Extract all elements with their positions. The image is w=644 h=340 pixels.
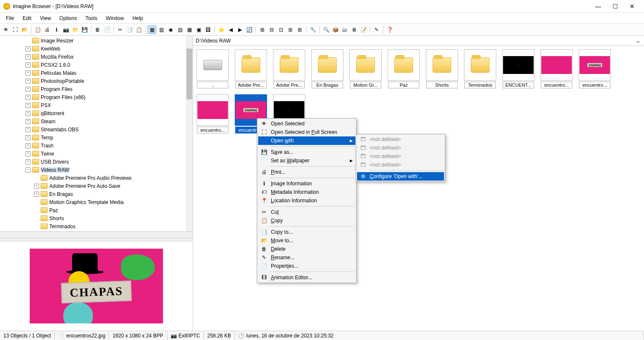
tree-expander[interactable]: + <box>25 151 31 156</box>
tree-node-usb-drivers[interactable]: +USB Drivers <box>25 158 193 166</box>
thumbnail-area[interactable]: ..Adobe Pre...Adobe Pre...En BragasMotio… <box>193 46 644 331</box>
tree-node-program-files-x86-[interactable]: +Program Files (x86) <box>25 93 193 101</box>
tree-scrollbar[interactable] <box>186 36 193 231</box>
tree-node-keeweb[interactable]: +KeeWeb <box>25 45 193 53</box>
pane-splitter[interactable] <box>0 238 193 241</box>
tree-node-terminados[interactable]: Terminados <box>25 222 193 230</box>
thumb-encuent-[interactable]: · · ·ENCUENT... <box>502 49 534 88</box>
ctx-save-as-[interactable]: 💾Save as... <box>258 148 355 156</box>
tb-camera-icon[interactable]: 📷 <box>62 26 70 34</box>
ctx-properties-[interactable]: 📄Properties... <box>258 262 355 270</box>
tree-node-image-resizer[interactable]: Image Resizer <box>25 37 193 45</box>
tree-node-videos-raw[interactable]: −Videos RAW <box>25 166 193 174</box>
tree-expander[interactable]: + <box>25 103 31 108</box>
tree-node-psx[interactable]: +PSX <box>25 101 193 109</box>
tb-copy-icon[interactable]: 📋 <box>34 26 42 34</box>
path-dropdown-icon[interactable]: ⌄ <box>635 38 641 44</box>
tree-node-trash[interactable]: +Trash <box>25 142 193 150</box>
tb-delete-icon[interactable]: 🗑 <box>93 26 102 34</box>
tree-expander[interactable]: + <box>34 192 39 197</box>
tb-copy2-icon[interactable]: 📑 <box>125 26 134 34</box>
ctx-open-with[interactable]: Open with▶ <box>258 136 355 145</box>
tree-expander[interactable]: + <box>25 62 31 68</box>
ctx-copy[interactable]: 📋Copy <box>258 216 355 225</box>
folder-tree[interactable]: Image Resizer+KeeWeb+Mozilla Firefox+PCS… <box>0 36 193 231</box>
thumb-motion-gr-[interactable]: Motion Gr... <box>349 49 382 88</box>
tb-print-icon[interactable]: 🖨 <box>43 26 51 34</box>
tree-expander[interactable]: + <box>25 46 31 51</box>
tree-node-en-bragas[interactable]: +En Bragas <box>25 190 193 198</box>
submenu-not-defined-3[interactable]: 🗔<not defined> <box>357 152 444 161</box>
maximize-button[interactable]: ☐ <box>611 3 619 10</box>
menu-file[interactable]: File <box>2 14 18 23</box>
tree-node-temp[interactable]: +Temp <box>25 133 193 142</box>
ctx-set-as-wallpaper[interactable]: Set as Wallpaper▶ <box>258 156 355 165</box>
tree-node-streamlabs-obs[interactable]: +Streamlabs OBS <box>25 125 193 133</box>
ctx-move-to-[interactable]: 📂Move to... <box>258 236 355 245</box>
tb-prev-icon[interactable]: ◀ <box>226 26 235 34</box>
submenu-not-defined-4[interactable]: 🗔<not defined> <box>357 161 444 169</box>
menu-options[interactable]: Options <box>55 14 81 23</box>
tree-node-program-files[interactable]: +Program Files <box>25 85 193 93</box>
tb-layout7-icon[interactable]: 🖼 <box>204 26 212 34</box>
tb-grid3-icon[interactable]: ⊡ <box>277 26 285 34</box>
tb-save-icon[interactable]: 💾 <box>80 26 89 34</box>
tree-expander[interactable]: + <box>25 54 31 60</box>
tb-layout2-icon[interactable]: ▥ <box>157 26 166 34</box>
ctx-location-information[interactable]: 📍Location Information <box>258 196 355 205</box>
tb-open-icon[interactable]: 📂 <box>20 26 29 34</box>
tb-grid4-icon[interactable]: ⊞ <box>286 26 295 34</box>
ctx-cut[interactable]: ✂Cut <box>258 208 355 216</box>
ctx-open-selected-in-full-screen[interactable]: ⛶Open Selected in Full Screen <box>258 128 355 136</box>
menu-edit[interactable]: Edit <box>18 14 36 23</box>
tb-refresh-icon[interactable]: 🔄 <box>245 26 253 34</box>
thumb-encuentro-[interactable]: encuentro... <box>197 94 229 133</box>
close-button[interactable]: ✕ <box>628 3 636 10</box>
tb-tool3-icon[interactable]: 🗂 <box>340 26 349 34</box>
minimize-button[interactable]: — <box>594 3 602 10</box>
ctx-image-information[interactable]: ℹImage Information <box>258 179 355 188</box>
thumb-shorts[interactable]: Shorts <box>426 49 458 88</box>
tb-tool1-icon[interactable]: 🔍 <box>322 26 330 34</box>
tree-expander[interactable]: + <box>25 111 31 116</box>
thumb-adobe-pre-[interactable]: Adobe Pre... <box>273 49 305 88</box>
tree-node-adobe-premiere-pro-auto-save[interactable]: +Adobe Premiere Pro Auto-Save <box>25 182 193 190</box>
tb-edit-icon[interactable]: ✎ <box>372 26 381 34</box>
tree-expander[interactable]: + <box>25 87 31 92</box>
tree-scroll-thumb[interactable] <box>186 48 192 99</box>
tb-layout3-icon[interactable]: ◉ <box>166 26 175 34</box>
tb-info-icon[interactable]: ℹ <box>52 26 61 34</box>
submenu-not-defined-2[interactable]: 🗔<not defined> <box>357 144 444 152</box>
ctx-print-[interactable]: 🖨Print... <box>258 168 355 176</box>
tree-expander[interactable]: + <box>25 79 31 84</box>
tree-expander[interactable]: − <box>25 167 31 173</box>
tb-star-icon[interactable]: ⭐ <box>217 26 225 34</box>
menu-window[interactable]: Window <box>101 14 128 23</box>
tree-expander[interactable]: + <box>34 184 39 189</box>
ctx-rename-[interactable]: ✎Rename... <box>258 253 355 262</box>
tb-layout6-icon[interactable]: ▣ <box>194 26 203 34</box>
tree-node-qbittorrent[interactable]: +qBittorrent <box>25 109 193 117</box>
tree-expander[interactable]: + <box>25 71 31 76</box>
tree-expander[interactable]: + <box>25 119 31 124</box>
tree-node-adobe-premiere-pro-audio-previews[interactable]: Adobe Premiere Pro Audio Previews <box>25 174 193 182</box>
ctx-copy-to-[interactable]: 📑Copy to... <box>258 228 355 236</box>
thumb-terminados[interactable]: Terminados <box>464 49 496 88</box>
thumb-en-bragas[interactable]: En Bragas <box>311 49 343 88</box>
tb-paste-icon[interactable]: 📋 <box>135 26 143 34</box>
tb-fullscreen-icon[interactable]: ⛶ <box>11 26 20 34</box>
path-bar[interactable]: D:\Videos RAW ⌄ <box>193 36 644 46</box>
tb-view-icon[interactable]: 👁 <box>2 26 10 34</box>
tree-node-mozilla-firefox[interactable]: +Mozilla Firefox <box>25 53 193 61</box>
tb-layout5-icon[interactable]: ▦ <box>185 26 194 34</box>
tb-tool5-icon[interactable]: 📝 <box>359 26 368 34</box>
thumb-encuentro-[interactable]: CHAPASencuentro... <box>579 49 611 88</box>
ctx-metadata-information[interactable]: 🏷Metadata Information <box>258 188 355 196</box>
tb-next-icon[interactable]: ▶ <box>236 26 244 34</box>
tb-folder-icon[interactable]: 📁 <box>71 26 79 34</box>
thumb-encuentro-[interactable]: encuentro... <box>540 49 573 88</box>
submenu-not-defined-1[interactable]: 🗔<not defined> <box>357 135 444 144</box>
tree-expander[interactable]: + <box>25 127 31 132</box>
tb-cut-icon[interactable]: ✂ <box>116 26 124 34</box>
submenu-configure[interactable]: ⚙Configure 'Open with'... <box>357 172 444 181</box>
